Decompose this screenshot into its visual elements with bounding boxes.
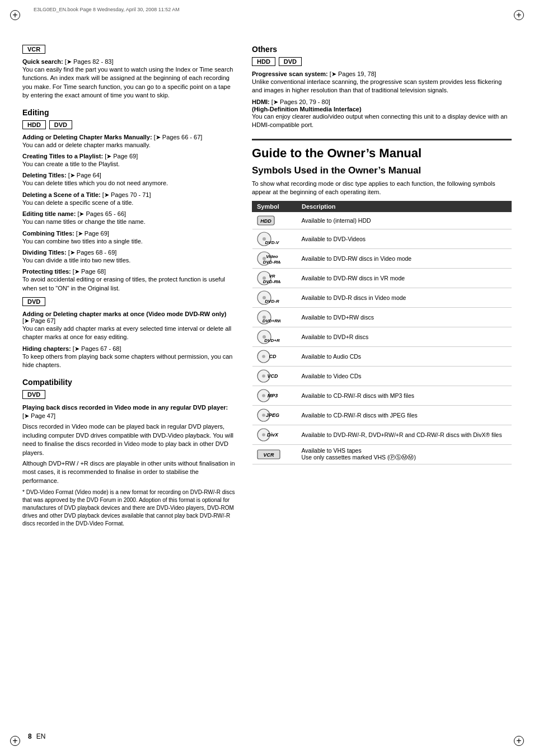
page: E3LG0ED_EN.book Page 8 Wednesday, April … [0,0,534,756]
corner-mark-tr [514,10,524,20]
editing-entry-2: Deleting Titles: [➤ Page 64] You can del… [22,172,235,187]
table-row: DivX Available to DVD-RW/-R, DVD+RW/+R a… [252,425,512,445]
desc-cell-9: Available to CD-RW/-R discs with MP3 fil… [297,386,512,406]
svg-text:DVD-R: DVD-R [265,299,279,304]
symbol-cell-1: DVD-V [252,229,297,249]
symbol-cell-10: JPEG [252,406,297,425]
entry-ref-5: [➤ Page 69] [76,230,109,237]
svg-point-23 [262,355,265,359]
hdd-badge: HDD [22,120,46,129]
entry-title-3: Deleting a Scene of a Title: [22,191,101,198]
symbols-intro: To show what recording mode or disc type… [252,180,512,197]
entry-ref-3: [➤ Pages 70 - 71] [102,191,151,198]
compatibility-title: Compatibility [22,378,235,387]
entry-body-7: To avoid accidental editing or erasing o… [22,275,235,293]
svg-text:Video: Video [266,254,278,259]
svg-text:VCR: VCR [263,452,274,458]
corner-mark-br [514,736,524,746]
svg-point-29 [262,395,265,398]
dvd-entry-0: Adding or Deleting chapter marks at once… [22,311,235,342]
page-number: 8 [28,732,32,740]
compat-entry-title: Playing back discs recorded in Video mod… [22,404,228,411]
symbol-cell-6: DVD+R [252,327,297,347]
editing-entry-0: Adding or Deleting Chapter Marks Manuall… [22,134,235,149]
others-entry-title-1: HDMI: [252,98,270,105]
symbol-icon-5: DVD+RW [257,313,280,320]
compat-body-2: Although DVD+RW / +R discs are playable … [22,459,235,485]
desc-cell-1: Available to DVD-Videos [297,229,512,249]
entry-title-7: Protecting titles: [22,268,71,275]
symbol-cell-8: VCD [252,367,297,386]
compat-entry-ref: [➤ Page 47] [22,412,55,419]
quick-search-entry: Quick search: [➤ Pages 82 - 83] You can … [22,58,235,100]
dvd-entry-body-0: You can easily add chapter marks at ever… [22,325,235,342]
desc-cell-2: Available to DVD-RW discs in Video mode [297,249,512,269]
editing-entry-6: Dividing Titles: [➤ Pages 68 - 69] You c… [22,249,235,265]
table-row: JPEG Available to CD-RW/-R discs with JP… [252,406,512,425]
others-badge-row: HDD DVD [252,57,512,68]
symbol-icon-12: VCR [257,450,280,457]
others-entry-body-0: Unlike conventional interlace scanning, … [252,78,512,95]
svg-text:DVD-RW: DVD-RW [263,279,280,284]
symbol-cell-9: MP3 [252,386,297,406]
svg-text:DVD-RW: DVD-RW [263,260,280,265]
editing-badge-row: HDD DVD [22,120,235,132]
symbol-icon-10: JPEG [257,411,280,418]
entry-ref-6: [➤ Pages 68 - 69] [68,249,117,256]
entry-body-6: You can divide a title into two new titl… [22,256,235,265]
page-footer: 8 EN [28,732,45,740]
en-label: EN [36,732,46,740]
section-divider [252,139,512,140]
symbol-icon-4: DVD-R [257,294,280,300]
table-row: HDD Available to (internal) HDD [252,212,512,229]
desc-cell-12: Available to VHS tapes Use only cassette… [297,445,512,464]
svg-text:VR: VR [269,274,275,279]
others-entry-ref-0: [➤ Pages 19, 78] [330,71,376,77]
svg-text:HDD: HDD [260,218,271,224]
desc-cell-10: Available to CD-RW/-R discs with JPEG fi… [297,406,512,425]
symbol-icon-8: VCD [257,372,280,379]
entry-body-0: You can add or delete chapter marks manu… [22,141,235,149]
others-entry-subtitle-1: (High-Definition Multimedia Interface) [252,106,362,112]
editing-title: Editing [22,108,235,117]
desc-cell-7: Available to Audio CDs [297,347,512,367]
compat-dvd-badge: DVD [22,390,45,399]
col-desc: Description [297,201,512,212]
entry-title-5: Combining Titles: [22,230,74,237]
desc-cell-3: Available to DVD-RW discs in VR mode [297,269,512,288]
left-column: VCR Quick search: [➤ Pages 82 - 83] You … [22,45,235,531]
others-entry-body-1: You can enjoy clearer audio/video output… [252,112,512,130]
entry-ref-1: [➤ Page 69] [105,153,138,159]
entry-body-4: You can name titles or change the title … [22,218,235,226]
svg-text:VCD: VCD [267,373,278,379]
svg-point-35 [262,434,265,437]
entry-title-6: Dividing Titles: [22,249,67,256]
entry-ref-2: [➤ Page 64] [68,172,101,179]
vcr-badge-row: VCR [22,45,235,56]
right-column: Others HDD DVD Progressive scan system: … [252,45,512,531]
quick-search-title: Quick search: [22,58,63,65]
dvd-entry-title-0: Adding or Deleting chapter marks at once… [22,311,226,317]
col-symbol: Symbol [252,201,297,212]
table-row: CD Available to Audio CDs [252,347,512,367]
svg-text:DVD+R: DVD+R [264,338,280,343]
svg-point-32 [262,414,265,417]
svg-text:DVD-V: DVD-V [265,240,279,245]
editing-entry-3: Deleting a Scene of a Title: [➤ Pages 70… [22,191,235,207]
symbols-title: Symbols Used in the Owner’s Manual [252,165,512,176]
editing-entry-1: Creating Titles to a Playlist: [➤ Page 6… [22,153,235,168]
vcr-badge: VCR [22,45,45,54]
symbol-cell-4: DVD-R [252,288,297,308]
others-entry-title-0: Progressive scan system: [252,71,328,77]
symbol-icon-11: DivX [257,431,280,438]
desc-cell-6: Available to DVD+R discs [297,327,512,347]
editing-entry-7: Protecting titles: [➤ Page 68] To avoid … [22,268,235,293]
symbol-cell-11: DivX [252,425,297,445]
editing-entry-4: Editing title name: [➤ Pages 65 - 66] Yo… [22,210,235,226]
compat-badge-row: DVD [22,390,235,401]
svg-text:MP3: MP3 [267,393,278,398]
table-row: Video DVD-RW Available to DVD-RW discs i… [252,249,512,269]
desc-cell-0: Available to (internal) HDD [297,212,512,229]
dvd-entry-1: Hiding chapters: [➤ Pages 67 - 68] To ke… [22,345,235,370]
svg-text:DivX: DivX [266,432,278,438]
